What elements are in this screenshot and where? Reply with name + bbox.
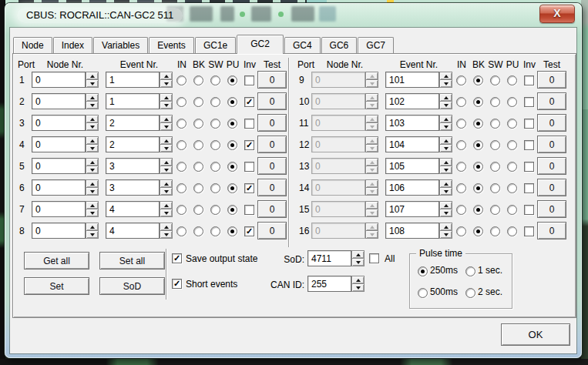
bk-radio[interactable] <box>193 226 203 236</box>
tab-gc6[interactable]: GC6 <box>321 37 358 53</box>
event-nr-spinner[interactable] <box>160 158 173 174</box>
inv-checkbox[interactable] <box>244 75 254 85</box>
event-nr-input[interactable]: 2 <box>106 115 160 131</box>
event-nr-spinner[interactable] <box>160 115 173 131</box>
spin-down-icon[interactable] <box>439 230 452 239</box>
inv-checkbox[interactable] <box>524 140 534 150</box>
pu-radio[interactable] <box>227 119 237 129</box>
in-radio[interactable] <box>456 162 466 172</box>
in-radio[interactable] <box>176 162 186 172</box>
in-radio[interactable] <box>176 119 186 129</box>
radio-icon[interactable] <box>418 266 428 276</box>
spin-down-icon[interactable] <box>160 166 173 174</box>
event-nr-spinner[interactable] <box>160 201 173 217</box>
sw-radio[interactable] <box>490 205 500 215</box>
inv-checkbox[interactable] <box>244 205 254 215</box>
spin-down-icon[interactable] <box>86 166 99 174</box>
in-radio[interactable] <box>456 205 466 215</box>
pu-radio[interactable] <box>507 97 517 107</box>
pu-radio[interactable] <box>507 205 517 215</box>
pu-radio[interactable] <box>227 205 237 215</box>
test-button[interactable]: 0 <box>537 136 566 153</box>
inv-checkbox[interactable]: ✓ <box>244 183 254 193</box>
in-radio[interactable] <box>176 205 186 215</box>
node-nr-spinner[interactable] <box>86 201 99 217</box>
test-button[interactable]: 0 <box>537 114 566 132</box>
node-nr-input[interactable]: 0 <box>32 158 86 174</box>
tab-gc7[interactable]: GC7 <box>358 37 394 53</box>
event-nr-input[interactable]: 105 <box>385 158 439 174</box>
event-nr-spinner[interactable] <box>439 93 452 109</box>
test-button[interactable]: 0 <box>257 71 287 89</box>
pu-radio[interactable] <box>227 162 237 172</box>
node-nr-spinner[interactable] <box>86 158 99 174</box>
spin-down-icon[interactable] <box>439 101 452 109</box>
tab-gc1e[interactable]: GC1e <box>195 37 236 53</box>
node-nr-input[interactable]: 0 <box>32 201 86 217</box>
sod-input[interactable]: 4711 <box>307 250 351 266</box>
sw-radio[interactable] <box>210 205 220 215</box>
sw-radio[interactable] <box>210 97 220 107</box>
tab-node[interactable]: Node <box>13 37 52 53</box>
spin-down-icon[interactable] <box>160 144 173 152</box>
event-nr-input[interactable]: 102 <box>385 93 439 109</box>
in-radio[interactable] <box>176 97 186 107</box>
node-nr-input[interactable]: 0 <box>32 115 86 131</box>
sw-radio[interactable] <box>490 226 500 236</box>
event-nr-input[interactable]: 106 <box>385 179 439 196</box>
in-radio[interactable] <box>456 119 466 129</box>
bk-radio[interactable] <box>193 75 203 85</box>
sw-radio[interactable] <box>210 140 220 150</box>
in-radio[interactable] <box>176 75 186 85</box>
inv-checkbox[interactable] <box>524 183 534 193</box>
sw-radio[interactable] <box>490 119 500 129</box>
pu-radio[interactable] <box>507 162 517 172</box>
bk-radio[interactable] <box>473 97 483 107</box>
pu-radio[interactable] <box>227 183 237 193</box>
inv-checkbox[interactable]: ✓ <box>244 97 254 107</box>
test-button[interactable]: 0 <box>537 222 566 239</box>
sw-radio[interactable] <box>490 140 500 150</box>
spin-down-icon[interactable] <box>439 187 452 196</box>
node-nr-spinner[interactable] <box>86 93 99 109</box>
bk-radio[interactable] <box>473 183 483 193</box>
tab-gc4[interactable]: GC4 <box>284 37 321 53</box>
test-button[interactable]: 0 <box>537 200 566 218</box>
in-radio[interactable] <box>456 183 466 193</box>
test-button[interactable]: 0 <box>537 179 566 196</box>
pulse-time-radio[interactable] <box>418 287 428 297</box>
sw-radio[interactable] <box>210 75 220 85</box>
event-nr-spinner[interactable] <box>439 158 452 174</box>
event-nr-input[interactable]: 103 <box>385 115 439 131</box>
test-button[interactable]: 0 <box>537 92 566 110</box>
test-button[interactable]: 0 <box>257 92 287 110</box>
sw-radio[interactable] <box>490 162 500 172</box>
in-radio[interactable] <box>456 75 466 85</box>
bk-radio[interactable] <box>473 162 483 172</box>
spin-down-icon[interactable] <box>86 101 99 109</box>
event-nr-spinner[interactable] <box>439 179 452 196</box>
event-nr-input[interactable]: 107 <box>385 201 439 217</box>
event-nr-spinner[interactable] <box>160 223 173 239</box>
sw-radio[interactable] <box>210 226 220 236</box>
pu-radio[interactable] <box>507 75 517 85</box>
event-nr-spinner[interactable] <box>439 223 452 239</box>
titlebar[interactable]: CBUS: ROCRAIL::CAN-GC2 511 X <box>5 3 582 28</box>
node-nr-spinner[interactable] <box>86 179 99 196</box>
event-nr-input[interactable]: 1 <box>106 72 160 88</box>
radio-icon[interactable] <box>465 266 475 276</box>
spin-down-icon[interactable] <box>160 230 173 239</box>
in-radio[interactable] <box>176 140 186 150</box>
radio-icon[interactable] <box>418 288 428 298</box>
sw-radio[interactable] <box>490 183 500 193</box>
pu-radio[interactable] <box>507 183 517 193</box>
spin-down-icon[interactable] <box>160 209 173 217</box>
inv-checkbox[interactable]: ✓ <box>244 140 254 150</box>
spin-down-icon[interactable] <box>160 187 173 196</box>
bk-radio[interactable] <box>193 140 203 150</box>
event-nr-spinner[interactable] <box>160 72 173 88</box>
bk-radio[interactable] <box>473 140 483 150</box>
event-nr-input[interactable]: 108 <box>385 223 439 239</box>
pu-radio[interactable] <box>227 75 237 85</box>
spin-down-icon[interactable] <box>439 144 452 152</box>
